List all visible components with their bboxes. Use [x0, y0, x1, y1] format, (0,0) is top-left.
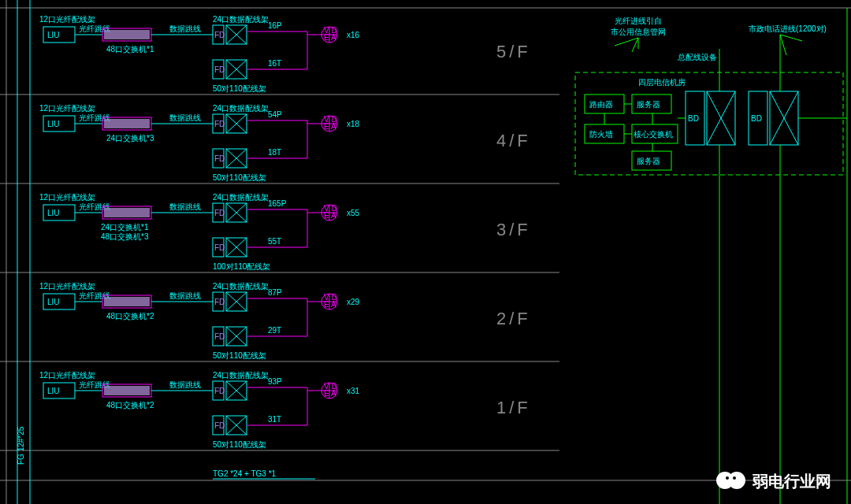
svg-point-171 — [726, 476, 729, 480]
svg-text:E A: E A — [324, 122, 336, 131]
svg-text:54P: 54P — [268, 110, 282, 119]
svg-text:数据跳线: 数据跳线 — [169, 113, 201, 122]
svg-text:LIU: LIU — [47, 387, 60, 395]
svg-text:E A: E A — [324, 300, 336, 309]
fiber-lead-label-2: 市公用信息管网 — [611, 28, 666, 36]
svg-text:FD: FD — [214, 421, 225, 430]
svg-text:FD: FD — [214, 209, 225, 217]
svg-point-170 — [728, 472, 745, 489]
floor-4: 12口光纤配线架 LIU 光纤跳线 24口交换机*3 数据跳线 24口数据配线架… — [39, 104, 531, 182]
schematic-canvas: 光纤进线引自市公用信息管网 市政电话进线(1200对) 总配线设备 四层电信机房… — [0, 0, 851, 504]
svg-text:LIU: LIU — [47, 209, 60, 217]
telecom-room-box — [575, 72, 843, 175]
svg-text:165P: 165P — [268, 199, 287, 208]
svg-text:18T: 18T — [268, 148, 281, 157]
svg-rect-34 — [104, 30, 150, 39]
switch-label: 48口交换机*1 — [106, 45, 154, 54]
svg-text:24口数据配线架: 24口数据配线架 — [213, 193, 269, 202]
fd-voice: FD — [213, 60, 247, 79]
svg-text:LIU: LIU — [47, 120, 60, 128]
svg-text:100对110配线架: 100对110配线架 — [213, 262, 270, 271]
outlet-count: x16 — [347, 31, 360, 39]
svg-text:FD: FD — [214, 298, 225, 306]
svg-text:FD: FD — [214, 154, 225, 163]
svg-text:87P: 87P — [268, 288, 282, 297]
svg-text:FD: FD — [214, 243, 225, 252]
svg-rect-55 — [104, 119, 150, 128]
svg-text:E A: E A — [324, 211, 336, 220]
svg-text:24口交换机*3: 24口交换机*3 — [106, 134, 154, 143]
svg-text:31T: 31T — [268, 415, 281, 424]
svg-text:55T: 55T — [268, 237, 281, 246]
fd-data: FD — [213, 25, 247, 44]
trunk-label: TG2 *24 + TG3 *1 — [213, 469, 277, 478]
svg-text:50对110配线架: 50对110配线架 — [213, 173, 266, 182]
svg-text:x29: x29 — [347, 298, 360, 306]
arrow-tel-in — [780, 35, 802, 55]
core-sw-label: 核心交换机 — [633, 130, 673, 139]
liu-label: 12口光纤配线架 — [39, 15, 95, 24]
svg-text:48口交换机*2: 48口交换机*2 — [106, 312, 154, 321]
svg-text:24口数据配线架: 24口数据配线架 — [213, 371, 269, 380]
voice-patch-label: 50对110配线架 — [213, 84, 266, 93]
server-label: 服务器 — [637, 100, 660, 109]
svg-text:FD: FD — [214, 31, 225, 39]
fiber-lead-label-1: 光纤进线引自 — [615, 17, 662, 25]
svg-text:48口交换机*3: 48口交换机*3 — [101, 232, 149, 241]
room-title: 四层电信机房 — [638, 78, 686, 87]
floor-label: 5/F — [496, 42, 531, 61]
svg-text:光纤进线引自市公用信息管网: 光纤进线引自市公用信息管网 — [611, 17, 666, 36]
svg-text:3/F: 3/F — [496, 220, 531, 239]
server2-label: 服务器 — [637, 157, 660, 165]
svg-text:12口光纤配线架: 12口光纤配线架 — [39, 193, 95, 202]
floor-5: 12口光纤配线架 LIU 光纤跳线 48口交换机*1 数据跳线 24口数据配线架… — [39, 15, 531, 93]
core-room: 光纤进线引自市公用信息管网 市政电话进线(1200对) 总配线设备 四层电信机房… — [575, 8, 847, 504]
svg-text:24口交换机*1: 24口交换机*1 — [101, 223, 149, 232]
data-patch-label: 24口数据配线架 — [213, 15, 269, 24]
brand-watermark: 弱电行业网 — [716, 472, 831, 490]
svg-text:12口光纤配线架: 12口光纤配线架 — [39, 282, 95, 291]
svg-text:数据跳线: 数据跳线 — [169, 380, 201, 389]
svg-text:FD: FD — [214, 332, 225, 341]
svg-text:数据跳线: 数据跳线 — [169, 291, 201, 300]
svg-rect-143 — [104, 386, 150, 395]
svg-text:数据跳线: 数据跳线 — [169, 202, 201, 211]
grid-lines — [0, 8, 851, 480]
liu-box: LIU — [47, 31, 60, 39]
svg-rect-114 — [104, 297, 150, 306]
main-wiring-label: 总配线设备 — [677, 53, 717, 61]
svg-rect-84 — [104, 208, 150, 217]
svg-text:x18: x18 — [347, 120, 360, 128]
firewall-label: 防火墙 — [589, 130, 613, 139]
svg-point-172 — [733, 476, 736, 480]
svg-text:FD: FD — [214, 120, 225, 128]
svg-text:12口光纤配线架: 12口光纤配线架 — [39, 104, 95, 113]
riser-label: FG 12#*25 — [17, 426, 25, 465]
svg-text:50对110配线架: 50对110配线架 — [213, 440, 266, 449]
svg-text:24口数据配线架: 24口数据配线架 — [213, 104, 269, 113]
svg-text:FD: FD — [214, 65, 225, 74]
svg-text:93P: 93P — [268, 377, 282, 386]
floor-1: 12口光纤配线架 LIU 光纤跳线 48口交换机*2 数据跳线 24口数据配线架… — [39, 371, 531, 449]
svg-text:E A: E A — [324, 389, 336, 398]
svg-text:x31: x31 — [347, 387, 360, 395]
floor-2: 12口光纤配线架 LIU 光纤跳线 48口交换机*2 数据跳线 24口数据配线架… — [39, 282, 531, 360]
svg-text:1/F: 1/F — [496, 398, 531, 417]
svg-text:2/F: 2/F — [496, 309, 531, 328]
svg-text:BD: BD — [751, 114, 762, 123]
svg-text:4/F: 4/F — [496, 131, 531, 150]
svg-text:x55: x55 — [347, 209, 360, 217]
svg-text:BD: BD — [688, 114, 699, 123]
svg-text:E A: E A — [324, 33, 336, 42]
svg-text:29T: 29T — [268, 326, 281, 335]
port-top: 16P — [268, 21, 282, 30]
svg-text:24口数据配线架: 24口数据配线架 — [213, 282, 269, 291]
svg-text:弱电行业网: 弱电行业网 — [752, 472, 831, 490]
floor-3: 12口光纤配线架 LIU 光纤跳线 24口交换机*1 48口交换机*3 数据跳线… — [39, 193, 531, 271]
svg-text:LIU: LIU — [47, 298, 60, 306]
arrow-fiber-in — [615, 38, 638, 52]
router-label: 路由器 — [589, 100, 613, 109]
bd-1: BD — [686, 91, 735, 145]
svg-text:12口光纤配线架: 12口光纤配线架 — [39, 371, 95, 380]
tel-lead-label: 市政电话进线(1200对) — [749, 24, 827, 33]
